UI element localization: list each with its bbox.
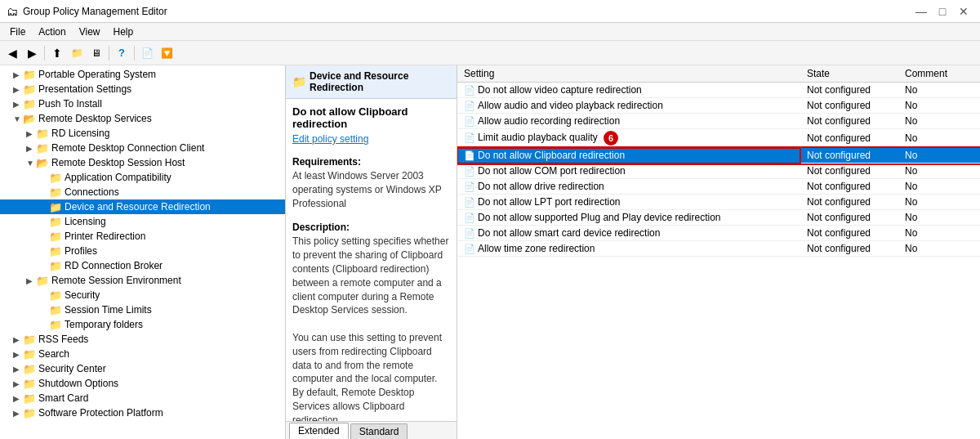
table-row[interactable]: 📄Do not allow supported Plug and Play de… xyxy=(457,210,980,226)
setting-name: 📄Allow time zone redirection xyxy=(457,241,800,257)
tree-item-rss-feeds[interactable]: ▶ 📁 RSS Feeds xyxy=(0,332,285,347)
view-button[interactable]: 📄 xyxy=(138,44,156,62)
filter-button[interactable]: 🔽 xyxy=(158,44,176,62)
table-row[interactable]: 📄Do not allow video capture redirection … xyxy=(457,83,980,98)
tree-label: Remote Desktop Session Host xyxy=(51,157,185,168)
settings-panel: Setting State Comment 📄Do not allow vide… xyxy=(457,65,980,439)
menu-file[interactable]: File xyxy=(3,25,32,39)
tree-item-printer-redirect[interactable]: 📁 Printer Redirection xyxy=(0,229,285,244)
table-row[interactable]: 📄Do not allow smart card device redirect… xyxy=(457,226,980,241)
tree-item-rd-licensing[interactable]: ▶ 📁 RD Licensing xyxy=(0,126,285,141)
row-setting-icon: 📄 xyxy=(464,85,475,95)
tree-item-session-time-limits[interactable]: 📁 Session Time Limits xyxy=(0,302,285,317)
tab-standard[interactable]: Standard xyxy=(350,423,408,439)
tree-label: Application Compatibility xyxy=(65,172,172,183)
setting-comment: No xyxy=(898,98,980,114)
tree-label: Printer Redirection xyxy=(65,231,145,242)
tree-item-software-protection[interactable]: ▶ 📁 Software Protection Platform xyxy=(0,405,285,420)
table-row[interactable]: 📄Allow time zone redirection Not configu… xyxy=(457,241,980,257)
tree-item-rd-conn-broker[interactable]: 📁 RD Connection Broker xyxy=(0,258,285,273)
tree-item-rdsh[interactable]: ▼ 📂 Remote Desktop Session Host xyxy=(0,155,285,170)
expand-arrow[interactable]: ▶ xyxy=(13,335,23,344)
description-text: This policy setting specifies whether to… xyxy=(286,235,457,421)
row-setting-icon: 📄 xyxy=(464,181,475,191)
folder-icon: 📁 xyxy=(49,172,62,184)
table-row[interactable]: 📄Allow audio recording redirection Not c… xyxy=(457,114,980,129)
expand-arrow[interactable]: ▶ xyxy=(13,350,23,359)
tree-label: Push To Install xyxy=(38,98,102,110)
col-comment[interactable]: Comment xyxy=(898,65,980,83)
folder-icon: 📁 xyxy=(49,260,62,272)
tree-label: Licensing xyxy=(65,216,106,227)
table-row[interactable]: 📄Do not allow COM port redirection Not c… xyxy=(457,164,980,179)
tree-item-connections[interactable]: 📁 Connections xyxy=(0,185,285,199)
tree-item-presentation-settings[interactable]: ▶ 📁 Presentation Settings xyxy=(0,82,285,96)
maximize-button[interactable]: □ xyxy=(933,3,952,20)
help-button[interactable]: ? xyxy=(113,44,131,62)
tree-item-security-center[interactable]: ▶ 📁 Security Center xyxy=(0,361,285,376)
tree-item-temp-folders[interactable]: 📁 Temporary folders xyxy=(0,317,285,332)
expand-arrow[interactable]: ▶ xyxy=(13,409,23,418)
tree-label: Software Protection Platform xyxy=(38,407,163,419)
expand-arrow[interactable]: ▶ xyxy=(13,365,23,374)
tree-item-smart-card[interactable]: ▶ 📁 Smart Card xyxy=(0,391,285,405)
tree-item-remote-session-env[interactable]: ▶ 📁 Remote Session Environment xyxy=(0,273,285,288)
tree-item-licensing[interactable]: 📁 Licensing xyxy=(0,214,285,229)
expand-arrow[interactable]: ▶ xyxy=(13,379,23,388)
folder-icon: 📁 xyxy=(36,128,49,140)
table-row-selected[interactable]: 📄Do not allow Clipboard redirection Not … xyxy=(457,148,980,164)
expand-arrow[interactable]: ▼ xyxy=(26,159,36,168)
minimize-button[interactable]: — xyxy=(911,3,931,20)
row-setting-icon: 📄 xyxy=(464,213,475,222)
menu-help[interactable]: Help xyxy=(107,25,140,39)
tree-item-search[interactable]: ▶ 📁 Search xyxy=(0,347,285,361)
expand-arrow[interactable]: ▶ xyxy=(13,70,23,79)
tree-label: Remote Session Environment xyxy=(51,275,181,286)
table-row[interactable]: 📄Allow audio and video playback redirect… xyxy=(457,98,980,114)
folder-icon: 📁 xyxy=(49,304,62,316)
close-button[interactable]: ✕ xyxy=(954,3,973,20)
tree-item-device-resource[interactable]: 📁 Device and Resource Redirection xyxy=(0,199,285,214)
tree-item-app-compat[interactable]: 📁 Application Compatibility xyxy=(0,170,285,185)
up-button[interactable]: ⬆ xyxy=(48,44,66,62)
tree-item-security[interactable]: 📁 Security xyxy=(0,288,285,302)
expand-arrow[interactable]: ▶ xyxy=(13,100,23,109)
table-row[interactable]: 📄Do not allow drive redirection Not conf… xyxy=(457,179,980,195)
folder2-button[interactable]: 🖥 xyxy=(87,44,105,62)
folder-icon: 📁 xyxy=(49,245,62,258)
forward-button[interactable]: ▶ xyxy=(23,44,41,62)
back-button[interactable]: ◀ xyxy=(3,44,21,62)
toolbar: ◀ ▶ ⬆ 📁 🖥 ? 📄 🔽 xyxy=(0,41,980,65)
tree-item-push-to-install[interactable]: ▶ 📁 Push To Install xyxy=(0,96,285,111)
setting-state: Not configured xyxy=(800,148,898,164)
table-row[interactable]: 📄Limit audio playback quality 6 Not conf… xyxy=(457,129,980,148)
tree-item-shutdown-options[interactable]: ▶ 📁 Shutdown Options xyxy=(0,376,285,391)
tree-item-remote-desktop-services[interactable]: ▼ 📂 Remote Desktop Services xyxy=(0,111,285,126)
setting-state: Not configured xyxy=(800,241,898,257)
menu-bar: File Action View Help xyxy=(0,23,980,41)
table-row[interactable]: 📄Do not allow LPT port redirection Not c… xyxy=(457,195,980,210)
tree-item-profiles[interactable]: 📁 Profiles xyxy=(0,244,285,258)
badge-6: 6 xyxy=(604,131,618,146)
expand-arrow[interactable]: ▶ xyxy=(13,394,23,403)
menu-view[interactable]: View xyxy=(73,25,107,39)
show-hide-button[interactable]: 📁 xyxy=(68,44,86,62)
menu-action[interactable]: Action xyxy=(32,25,72,39)
expand-arrow[interactable]: ▼ xyxy=(13,114,23,123)
expand-arrow[interactable]: ▶ xyxy=(26,144,36,153)
expand-arrow[interactable]: ▶ xyxy=(26,129,36,138)
col-setting[interactable]: Setting xyxy=(457,65,800,83)
col-state[interactable]: State xyxy=(800,65,898,83)
row-setting-icon: 📄 xyxy=(464,116,475,126)
expand-arrow[interactable]: ▶ xyxy=(13,85,23,94)
setting-state: Not configured xyxy=(800,195,898,210)
tab-extended[interactable]: Extended xyxy=(289,423,349,439)
setting-name: 📄Do not allow video capture redirection xyxy=(457,83,800,98)
tree-item-rdcc[interactable]: ▶ 📁 Remote Desktop Connection Client xyxy=(0,141,285,155)
toolbar-sep-3 xyxy=(134,46,135,60)
expand-arrow[interactable]: ▶ xyxy=(26,276,36,285)
tree-label: Session Time Limits xyxy=(65,304,152,316)
tree-item-portable-os[interactable]: ▶ 📁 Portable Operating System xyxy=(0,67,285,82)
edit-policy-link[interactable]: Edit policy setting xyxy=(292,133,368,145)
folder-icon: 📁 xyxy=(23,392,36,405)
